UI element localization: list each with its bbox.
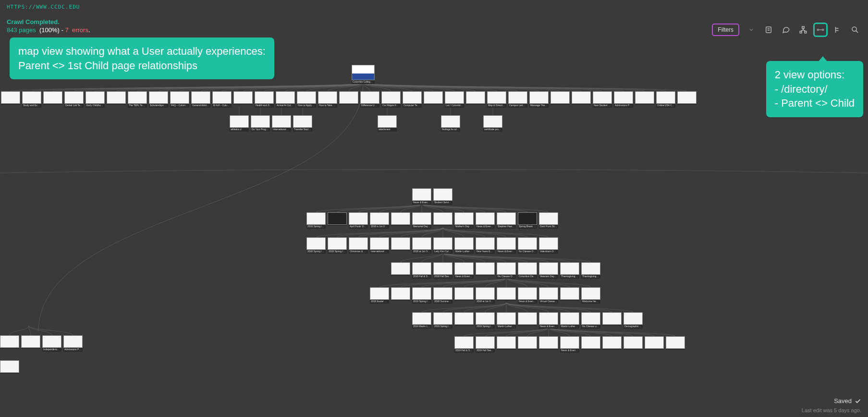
page-node[interactable]: [391, 287, 410, 301]
page-node[interactable]: [339, 91, 358, 105]
page-node[interactable]: Scholarships & Healthcare at Col...: [149, 91, 168, 108]
page-node[interactable]: FAQ – Columbia College: [170, 91, 189, 108]
page-node[interactable]: Veterans Day – November 12 – Col...: [539, 262, 558, 279]
page-node[interactable]: News & Events Page 2-30 Of – Columbia: [476, 212, 495, 229]
page-node[interactable]: Admissions Page 4-14 Of: [63, 335, 83, 352]
page-node[interactable]: Valentine's Day February 14: [539, 237, 558, 254]
page-node[interactable]: Message Therapy - Columbia: [529, 91, 549, 108]
page-node[interactable]: [0, 335, 19, 349]
page-node[interactable]: [391, 212, 410, 226]
page-node[interactable]: certificate programs: [483, 115, 502, 132]
page-node[interactable]: [666, 336, 685, 350]
page-node[interactable]: [602, 312, 622, 326]
page-node[interactable]: Loc / Columbia College: [445, 91, 464, 108]
page-node[interactable]: attachment: [378, 115, 397, 132]
page-node[interactable]: [454, 287, 474, 301]
page-node[interactable]: Dental Lab Technology Program: [64, 91, 84, 108]
page-node[interactable]: [560, 287, 579, 301]
page-node[interactable]: Map & Directions To Classes Held At: [487, 91, 506, 108]
page-node[interactable]: [1, 91, 20, 105]
page-node[interactable]: 2019 Fall & Session Starts On: [454, 336, 474, 353]
page-node[interactable]: International Students – Columbia: [272, 115, 291, 132]
page-node[interactable]: April Fools' Day Hours On May: [349, 212, 368, 229]
page-node[interactable]: Do Your Programs - Columbia College: [251, 115, 270, 132]
page-node[interactable]: 2019 Spring II Starts On August: [412, 287, 431, 304]
page-node[interactable]: 2018 Spring III & Session Starts On: [328, 237, 347, 254]
page-node[interactable]: [518, 312, 537, 326]
page-node[interactable]: News & Events Page 7-30 Of – Columbia: [560, 336, 579, 353]
page-node[interactable]: findings.fa columbia.edu: [441, 115, 460, 132]
page-node[interactable]: Columbia College - Your Future: [352, 65, 375, 84]
page-node[interactable]: No Classes December 24 – December: [497, 262, 516, 279]
search-button[interactable]: [848, 23, 862, 37]
comment-button[interactable]: [779, 23, 793, 37]
page-node[interactable]: 2019 Spring I Classes in June: [476, 312, 495, 329]
page-node[interactable]: Early Childhood Education – Columbia: [86, 91, 105, 108]
page-node[interactable]: 2019 Fall Session Starts On: [476, 336, 495, 353]
page-node[interactable]: [107, 91, 126, 105]
page-node[interactable]: Thanksgiving Week – November: [560, 262, 579, 279]
page-node[interactable]: 2018 Fall & Session Starts On Aug: [412, 262, 431, 279]
page-node[interactable]: Columbus Day – October: [518, 262, 537, 279]
page-node[interactable]: [233, 91, 253, 105]
page-node[interactable]: No Classes December: [518, 237, 537, 254]
page-node[interactable]: Our Majors from Columbia – Col...: [381, 91, 401, 108]
page-node[interactable]: athletics.d: [230, 115, 249, 132]
page-node[interactable]: [391, 262, 410, 276]
page-node[interactable]: Campus Letter From Dr May - Columbi...: [508, 91, 527, 108]
page-node[interactable]: Thanksgiving Break Effect on Novemb...: [581, 262, 600, 279]
page-node[interactable]: [466, 91, 485, 105]
page-node[interactable]: [0, 360, 19, 374]
page-node[interactable]: News & Events Page 5-30 Of – Columbia: [518, 287, 537, 304]
page-node[interactable]: Christmas & Winter Break December 21: [349, 237, 368, 254]
page-node[interactable]: [391, 237, 410, 251]
filters-dropdown[interactable]: [744, 23, 758, 37]
page-node[interactable]: 2018 at 1st Our Open House On Mar: [412, 237, 431, 254]
parent-child-view-button[interactable]: [813, 23, 828, 37]
page-node[interactable]: 2018 Easter Holiday Good Friday: [370, 287, 389, 304]
page-node[interactable]: New Years Eve January 1: [476, 237, 495, 254]
page-node[interactable]: General Admissions Information - Col...: [191, 91, 210, 108]
page-node[interactable]: [21, 335, 40, 349]
page-node[interactable]: International Womens Day March: [370, 237, 389, 254]
filters-button[interactable]: Filters: [712, 24, 739, 36]
page-node[interactable]: News & Events Page 1-30 Of - Columbia: [412, 188, 431, 205]
page-node[interactable]: [433, 212, 452, 226]
page-node[interactable]: Lady Kim Columbia College's Book Si...: [433, 237, 452, 254]
page-node[interactable]: [602, 336, 622, 350]
page-node[interactable]: Welcome New Dean For Business: [581, 287, 600, 304]
page-node[interactable]: [43, 91, 62, 105]
page-node[interactable]: Virtual Classes on Education of Col...: [539, 287, 558, 304]
page-node[interactable]: [476, 262, 495, 276]
page-node[interactable]: 2018 Fall Session II Starts On: [433, 262, 452, 279]
list-view-button[interactable]: [761, 23, 776, 37]
page-node[interactable]: Online USA Classrooms: [656, 91, 675, 108]
page-node[interactable]: [550, 91, 570, 105]
page-node[interactable]: [539, 336, 558, 350]
page-node[interactable]: Dark Front Site On 3: [539, 212, 558, 229]
page-node[interactable]: Martin Luther King Day – January Fall: [497, 312, 516, 329]
page-node[interactable]: Mother's Day – May 13: [454, 212, 474, 229]
page-node[interactable]: [497, 336, 516, 350]
page-node[interactable]: The TEFL Teacher & Classmates Co...: [128, 91, 147, 108]
page-node[interactable]: Difference USA Admissions – Col...: [360, 91, 379, 108]
page-node[interactable]: [635, 91, 654, 105]
page-node[interactable]: [677, 91, 697, 105]
page-node[interactable]: Independence Day – Columbia: [42, 335, 61, 352]
page-node[interactable]: Memorial Day – May: [412, 212, 431, 229]
page-node[interactable]: News & Events Page 3-30 Of – Columbia: [497, 237, 516, 254]
page-node[interactable]: [424, 91, 443, 105]
page-node[interactable]: 2018 Spring II & Session Starts On: [306, 212, 326, 229]
page-node[interactable]: 2018 is 1st Our Open House on May: [370, 212, 389, 229]
page-node[interactable]: 2018 at 1st Our Open House on Jun: [476, 287, 495, 304]
page-node[interactable]: Martin Luther King: [560, 312, 579, 329]
page-node[interactable]: News & Events Page 4-30 Of – Columbia: [454, 262, 474, 279]
page-node[interactable]: Admissions Page – Columbia: [614, 91, 633, 108]
page-node[interactable]: [497, 287, 516, 301]
page-node[interactable]: [623, 336, 643, 350]
page-node[interactable]: Martin Luther King Day Monday: [454, 237, 474, 254]
page-node[interactable]: Arrival At Columbia College: [276, 91, 295, 108]
page-node[interactable]: [572, 91, 591, 105]
page-node[interactable]: News & Events Page 6-30 Of – Columbia: [539, 312, 558, 329]
page-node[interactable]: Stephen Hawking Tribute – Col...: [497, 212, 516, 229]
